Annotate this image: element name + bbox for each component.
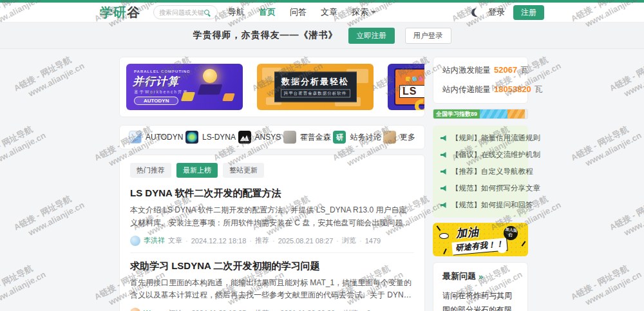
slide3-orange-card: LS [394,68,425,106]
logo-text-green: 学研 [100,5,127,19]
dark-mode-icon[interactable] [470,7,481,18]
lsdyna-icon [185,131,198,144]
slide3-title: LS [399,85,425,98]
slide2-subtitle: 跨平台霍普金森数据分析软件 [281,90,350,98]
page: 学研谷 导航 首页 问答 文章 探索 登录 注册 学贵得师，亦贵得友——《潜书》… [0,0,644,311]
category-ansys[interactable]: ANSYS [238,131,281,144]
slide1-eyebrow: PARALLEL COMPUTING [134,70,191,73]
carousel-slide-data-analysis[interactable]: 数据分析最轻松 跨平台霍普金森数据分析软件 [257,64,374,110]
meta-separator: · [185,237,188,245]
progress-label: 全国学习指数89 [433,109,480,118]
cheer-banner[interactable]: 加油 研途有我！！ 加入我们 [433,223,528,256]
announcement-item[interactable]: 【规则】能量信用流通规则 [440,133,520,143]
stat-label: 站内传递能量 [442,84,491,95]
watermark: A链接 - 网址导航www.alianjie.cn [607,50,644,104]
article-rec-date: 2025.08.21 08:27 [278,237,334,245]
search-icon[interactable] [204,10,209,15]
banner-deco-slash [443,249,447,254]
more-icon [383,131,396,144]
watermark: A链接 - 网址导航www.alianjie.cn [0,259,48,311]
announcement-item[interactable]: 【规范】如何撰写分享文章 [440,184,520,193]
category-hopkinson[interactable]: 霍普金森 [283,131,331,144]
category-label: AUTODYN [146,133,183,142]
announcement-item[interactable]: 【规范】如何提问和回答 [440,200,520,210]
watermark: A链接 - 网址导航www.alianjie.cn [569,259,643,311]
stat-row: 站内传递能量 18053820 瓦 [442,84,518,95]
article-list-card: 热门推荐 最新上榜 整站更新 LS DYNA 软件二次开发的配置方法 本文介绍 … [119,155,425,311]
nav-item-daohang[interactable]: 导航 [228,6,245,18]
slide1-subtitle: 基于Workbench开发 [134,90,189,95]
slide1-deco-base [197,84,222,95]
main-column: PARALLEL COMPUTING 并行计算 基于Workbench开发 AU… [119,57,425,311]
article-item: 求助学习 LSDYNA 二次开发初期的学习问题 首先用接口里面的本构跑通，能输出… [130,253,414,311]
avatar[interactable] [130,236,140,246]
article-views: 1479 [365,237,381,245]
nav-item-home[interactable]: 首页 [259,6,276,18]
login-link[interactable]: 登录 [488,6,505,18]
megaphone-icon [440,169,448,174]
speech-bubble [498,248,506,253]
site-logo[interactable]: 学研谷 [100,4,140,21]
article-rec-label: 推荐 [255,308,269,311]
more-arrow[interactable]: » [478,272,483,281]
category-more[interactable]: 更多 [383,131,415,144]
slide3-deco-curve [412,97,425,110]
stat-value: 18053820 [494,84,531,94]
question-item[interactable]: 请问在将炸药与其周围的部分岩石的有限元网格转化为 SPH 粒子之... 0 回答 [442,288,518,311]
latest-questions-title: 最新问题 [442,270,476,282]
article-meta: Wayne 评论 · 2024.11.29 13:05 · 推荐 · -0001… [130,308,414,311]
slide3-deco-icons [406,77,423,81]
nav-item-articles[interactable]: 文章 [321,6,337,18]
slide2-text-box: 数据分析最轻松 跨平台霍普金森数据分析软件 [274,72,357,102]
announcement-card: 【规则】能量信用流通规则 【倡议】在线交流维护机制 【推荐】自定义导航教程 【规… [433,126,528,218]
meta-separator: · [249,237,252,245]
category-label: 霍普金森 [300,132,331,143]
tab-newest[interactable]: 最新上榜 [176,163,218,178]
category-site-discussion[interactable]: 研 站务讨论 [333,131,381,144]
tab-hot[interactable]: 热门推荐 [130,163,171,178]
avatar[interactable] [130,308,140,311]
carousel-slide-parallel-computing[interactable]: PARALLEL COMPUTING 并行计算 基于Workbench开发 AU… [126,64,243,110]
article-rec-label: 推荐 [255,236,269,245]
announcement-item[interactable]: 【倡议】在线交流维护机制 [440,150,520,160]
category-autodyn[interactable]: AUTODYN [129,131,183,144]
lightbulb-illustration [203,69,217,83]
announcement-text: 【规范】如何提问和回答 [451,200,533,210]
search-box[interactable] [153,5,218,19]
stat-row: 站内激发能量 52067 瓦 [442,65,518,76]
article-excerpt: 首先用接口里面的本构跑通，能输出结果而且能对标 MAT_1，搞懂里面每个变量的含… [130,277,414,303]
nav-item-explore-label: 探索 [352,6,368,18]
article-item: LS DYNA 软件二次开发的配置方法 本文介绍 LS DYNA 软件二期开发的… [130,180,414,253]
nav-item-qa[interactable]: 问答 [290,6,307,18]
article-title[interactable]: LS DYNA 软件二次开发的配置方法 [130,187,414,200]
autodyn-icon [129,131,142,144]
banner-line1: 加油 [455,224,480,241]
nav-item-explore[interactable]: 探索 [352,6,376,18]
carousel-slide-lsdyna[interactable]: LS [388,64,425,110]
progress-segment-orange [507,109,525,118]
site-stats-card: 站内激发能量 52067 瓦 站内传递能量 18053820 瓦 [433,57,528,104]
article-views-label: 浏览 [344,308,358,311]
slide2-title: 数据分析最轻松 [281,76,350,88]
megaphone-icon [440,152,448,158]
article-meta: 李洪祥 文章 · 2024.12.12 18:18 · 推荐 · 2025.08… [130,236,414,246]
announcement-text: 【倡议】在线交流维护机制 [451,150,540,160]
watermark: A链接 - 网址导航www.alianjie.cn [12,189,86,243]
announcement-text: 【规则】能量信用流通规则 [451,133,540,143]
category-lsdyna[interactable]: LS-DYNA [185,131,236,144]
banner-deco-slash [522,241,526,247]
announcement-item[interactable]: 【推荐】自定义导航教程 [440,167,520,176]
banner-carousel: PARALLEL COMPUTING 并行计算 基于Workbench开发 AU… [119,57,425,117]
article-title[interactable]: 求助学习 LSDYNA 二次开发初期的学习问题 [130,260,414,272]
promo-register-button[interactable]: 立即注册 [348,28,395,44]
article-author[interactable]: 李洪祥 [144,236,165,245]
category-bar: AUTODYN LS-DYNA ANSYS 霍普金森 研 站务讨论 更多 [119,125,425,149]
tab-updated[interactable]: 整站更新 [223,163,264,178]
register-button[interactable]: 注册 [513,5,544,20]
search-input[interactable] [159,9,204,16]
sidebar: 站内激发能量 52067 瓦 站内传递能量 18053820 瓦 全国学习指数8… [433,57,528,311]
promo-login-button[interactable]: 用户登录 [405,28,451,44]
promo-slogan: 学贵得师，亦贵得友——《潜书》 [193,30,338,41]
category-label: 站务讨论 [350,132,381,143]
announcement-text: 【规范】如何撰写分享文章 [451,184,540,193]
